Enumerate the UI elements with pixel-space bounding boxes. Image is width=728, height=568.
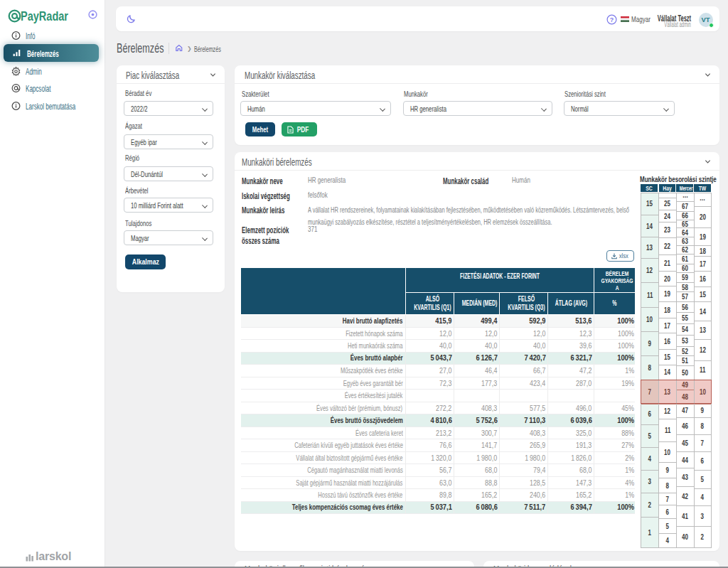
- svg-text:?: ?: [609, 16, 613, 23]
